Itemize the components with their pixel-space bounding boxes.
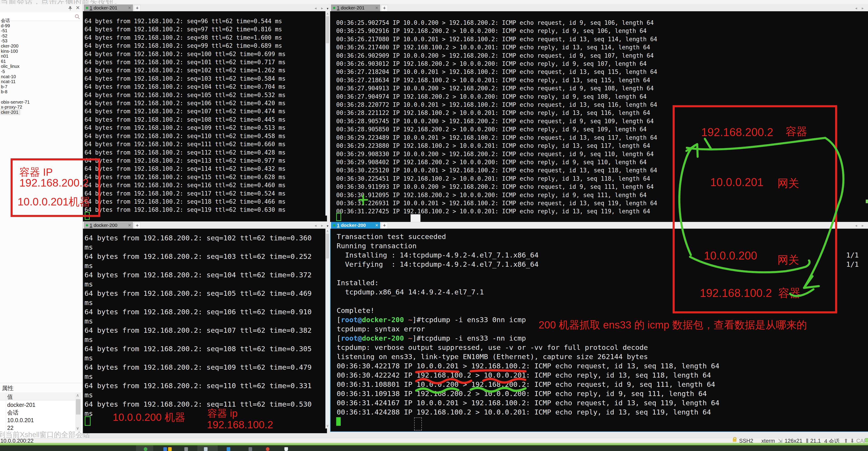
diagram-arrow-down-curve (804, 138, 843, 288)
diagram-underline-gw200 (690, 257, 810, 272)
hand-drawn-annotations (0, 0, 868, 451)
arrowhead-hook (790, 289, 813, 296)
green-underline-wavy (471, 388, 526, 391)
diagram-arrow-up-curve (679, 144, 697, 255)
arrowhead (705, 139, 711, 149)
green-underline-wavy (416, 388, 458, 393)
arrowhead (697, 144, 698, 157)
mouse-crosshair (359, 196, 367, 204)
red-underline-straight (416, 371, 458, 372)
red-underline-wavy (416, 379, 471, 383)
red-underline-straight (471, 371, 526, 371)
red-underline-wavy (483, 379, 525, 383)
